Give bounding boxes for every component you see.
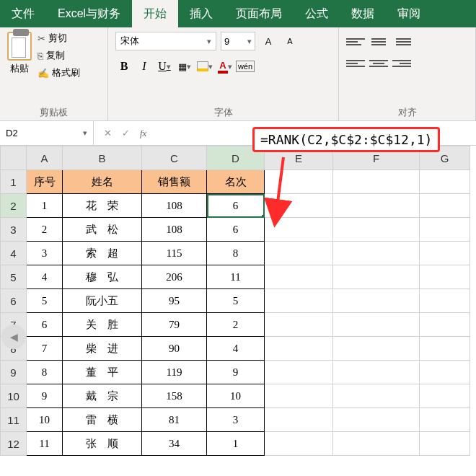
cell[interactable]: 张 顺 bbox=[63, 432, 142, 456]
cell[interactable] bbox=[420, 337, 470, 361]
paste-button[interactable]: 粘贴 bbox=[7, 32, 32, 75]
fx-icon[interactable]: fx bbox=[140, 128, 146, 139]
cell[interactable]: 8 bbox=[207, 242, 265, 265]
cell[interactable]: 董 平 bbox=[63, 361, 142, 384]
cell[interactable] bbox=[265, 265, 333, 289]
cell[interactable] bbox=[420, 384, 470, 408]
cell[interactable] bbox=[420, 408, 470, 432]
cancel-formula-icon[interactable]: ✕ bbox=[104, 128, 112, 138]
cell[interactable]: 6 bbox=[27, 313, 63, 337]
tab-home[interactable]: 开始 bbox=[132, 0, 178, 27]
cell[interactable] bbox=[333, 289, 420, 313]
align-center-button[interactable] bbox=[369, 56, 388, 71]
cell[interactable]: 柴 进 bbox=[63, 337, 142, 361]
cell[interactable] bbox=[420, 218, 470, 242]
cell[interactable]: 武 松 bbox=[63, 218, 142, 242]
header-cell[interactable]: 序号 bbox=[27, 170, 63, 194]
row-header[interactable]: 4 bbox=[1, 242, 27, 265]
tab-formulas[interactable]: 公式 bbox=[294, 0, 340, 27]
cell[interactable] bbox=[333, 384, 420, 408]
cell[interactable]: 5 bbox=[27, 289, 63, 313]
header-cell[interactable]: 姓名 bbox=[63, 170, 142, 194]
name-box[interactable]: D2 bbox=[0, 121, 94, 145]
cell[interactable] bbox=[265, 289, 333, 313]
cell[interactable]: 3 bbox=[27, 242, 63, 265]
cell[interactable]: 206 bbox=[142, 265, 207, 289]
cell[interactable] bbox=[420, 313, 470, 337]
align-right-button[interactable] bbox=[392, 56, 411, 71]
font-name-select[interactable]: 宋体 bbox=[115, 32, 216, 50]
cell[interactable] bbox=[333, 313, 420, 337]
cell[interactable] bbox=[420, 289, 470, 313]
cell[interactable]: 90 bbox=[142, 337, 207, 361]
col-header-A[interactable]: A bbox=[27, 146, 63, 170]
cell[interactable]: 11 bbox=[207, 265, 265, 289]
cell-selected[interactable]: 6 bbox=[207, 194, 265, 218]
cell[interactable] bbox=[333, 361, 420, 384]
tab-review[interactable]: 审阅 bbox=[386, 0, 432, 27]
cell[interactable] bbox=[333, 432, 420, 456]
cell[interactable]: 6 bbox=[207, 218, 265, 242]
cell[interactable]: 11 bbox=[27, 432, 63, 456]
cell[interactable]: 9 bbox=[207, 361, 265, 384]
cell[interactable]: 2 bbox=[27, 218, 63, 242]
col-header-C[interactable]: C bbox=[142, 146, 207, 170]
font-color-button[interactable]: A bbox=[216, 58, 234, 75]
copy-button[interactable]: 复制 bbox=[38, 49, 80, 62]
cell[interactable] bbox=[333, 265, 420, 289]
row-header[interactable]: 11 bbox=[1, 408, 27, 432]
sheet-nav-icon[interactable]: ◀ bbox=[1, 325, 26, 349]
cell[interactable] bbox=[420, 432, 470, 456]
cell[interactable]: 34 bbox=[142, 432, 207, 456]
cell[interactable]: 79 bbox=[142, 313, 207, 337]
cell[interactable] bbox=[420, 170, 470, 194]
row-header[interactable]: 12 bbox=[1, 432, 27, 456]
phonetic-button[interactable]: wén bbox=[237, 58, 254, 75]
cell[interactable] bbox=[265, 313, 333, 337]
row-header[interactable]: 3 bbox=[1, 218, 27, 242]
cell[interactable] bbox=[333, 242, 420, 265]
row-header[interactable]: 9 bbox=[1, 361, 27, 384]
cell[interactable] bbox=[333, 170, 420, 194]
cell[interactable]: 158 bbox=[142, 384, 207, 408]
cell[interactable] bbox=[333, 218, 420, 242]
select-all-corner[interactable] bbox=[1, 146, 27, 170]
cell[interactable]: 9 bbox=[27, 384, 63, 408]
format-painter-button[interactable]: 格式刷 bbox=[38, 66, 80, 79]
decrease-font-button[interactable]: A bbox=[281, 32, 299, 50]
increase-font-button[interactable]: A bbox=[260, 32, 277, 50]
tab-finance[interactable]: Excel与财务 bbox=[46, 0, 132, 27]
underline-button[interactable]: U bbox=[156, 58, 173, 75]
cell[interactable]: 108 bbox=[142, 194, 207, 218]
cell[interactable]: 关 胜 bbox=[63, 313, 142, 337]
align-left-button[interactable] bbox=[346, 56, 365, 71]
tab-layout[interactable]: 页面布局 bbox=[224, 0, 294, 27]
cell[interactable]: 81 bbox=[142, 408, 207, 432]
bold-button[interactable]: B bbox=[115, 58, 133, 75]
cell[interactable]: 穆 弘 bbox=[63, 265, 142, 289]
cell[interactable]: 3 bbox=[207, 408, 265, 432]
cell[interactable] bbox=[265, 408, 333, 432]
align-top-button[interactable] bbox=[346, 35, 365, 49]
border-button[interactable] bbox=[176, 58, 193, 75]
tab-file[interactable]: 文件 bbox=[0, 0, 46, 27]
cell[interactable]: 2 bbox=[207, 313, 265, 337]
fill-color-button[interactable] bbox=[196, 58, 213, 75]
col-header-B[interactable]: B bbox=[63, 146, 142, 170]
cell[interactable] bbox=[265, 242, 333, 265]
header-cell[interactable]: 销售额 bbox=[142, 170, 207, 194]
cell[interactable] bbox=[333, 194, 420, 218]
cell[interactable]: 阮小五 bbox=[63, 289, 142, 313]
cell[interactable]: 95 bbox=[142, 289, 207, 313]
font-size-select[interactable]: 9 bbox=[221, 32, 255, 50]
row-header[interactable]: 1 bbox=[1, 170, 27, 194]
cell[interactable] bbox=[420, 242, 470, 265]
header-cell[interactable]: 名次 bbox=[207, 170, 265, 194]
italic-button[interactable]: I bbox=[136, 58, 153, 75]
align-bottom-button[interactable] bbox=[392, 35, 411, 49]
cell[interactable]: 10 bbox=[207, 384, 265, 408]
cell[interactable] bbox=[265, 384, 333, 408]
cell[interactable]: 花 荣 bbox=[63, 194, 142, 218]
cell[interactable]: 8 bbox=[27, 361, 63, 384]
cell[interactable]: 雷 横 bbox=[63, 408, 142, 432]
